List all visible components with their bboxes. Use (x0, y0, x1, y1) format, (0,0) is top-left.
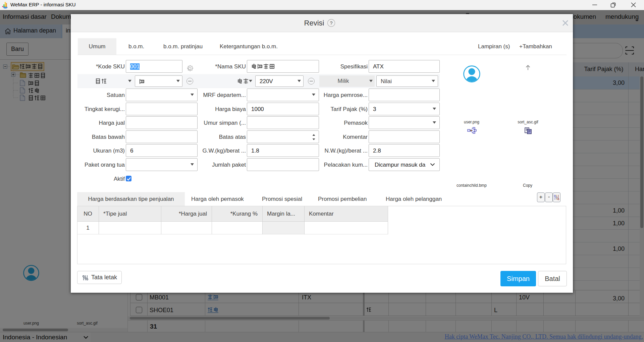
svg-text:?: ? (330, 20, 333, 26)
